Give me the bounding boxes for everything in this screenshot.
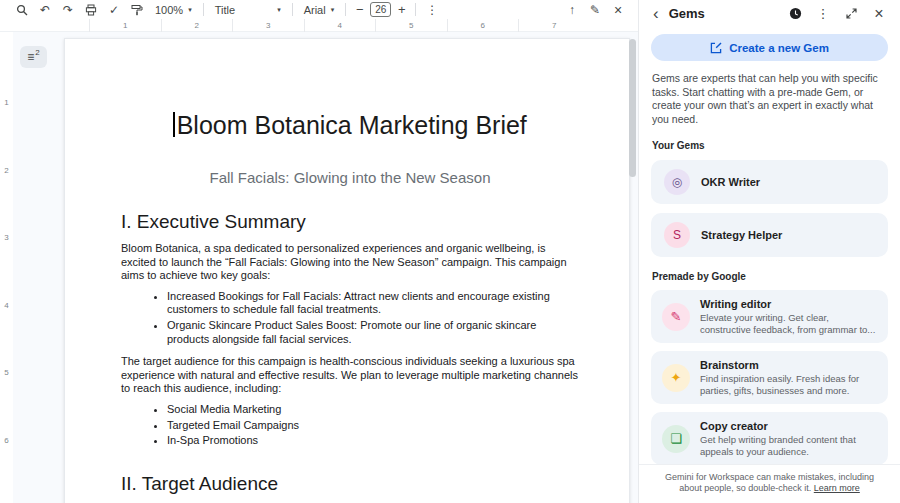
ruler-number: 4 (4, 301, 8, 369)
panel-title: Gems (669, 6, 776, 21)
redo-icon[interactable]: ↷ (58, 1, 78, 18)
gemini-disclaimer: Gemini for Workspace can make mistakes, … (639, 464, 900, 503)
document-subtitle: Fall Facials: Glowing into the New Seaso… (121, 169, 579, 186)
ruler-number: 1 (4, 98, 8, 166)
paragraph: Bloom Botanica, a spa dedicated to perso… (121, 242, 579, 283)
text-cursor (173, 112, 175, 137)
vertical-ruler[interactable]: 1 2 3 4 5 6 (0, 32, 13, 503)
paint-format-icon[interactable] (127, 1, 147, 18)
list-item: Organic Skincare Product Sales Boost: Pr… (167, 319, 579, 346)
undo-icon[interactable]: ↶ (35, 1, 55, 18)
chevron-down-icon: ▾ (331, 6, 335, 14)
zoom-value: 100% (155, 4, 183, 16)
toolbar-divider (415, 3, 416, 16)
ruler-number: 1 (89, 19, 161, 32)
toolbar-divider (345, 3, 346, 16)
premade-by-google-label: Premade by Google (652, 271, 887, 282)
gem-name: Brainstorm (700, 359, 877, 371)
list-item: Increased Bookings for Fall Facials: Att… (167, 290, 579, 317)
bullet-list-goals: Increased Bookings for Fall Facials: Att… (121, 290, 579, 346)
heading-executive-summary: I. Executive Summary (121, 211, 579, 233)
font-value: Arial (304, 4, 326, 16)
font-select[interactable]: Arial ▾ (299, 1, 340, 18)
close-icon[interactable]: × (870, 5, 888, 23)
docs-editor: ↶ ↷ ✓ 100% ▾ Title ▾ Arial ▾ (0, 0, 638, 503)
paragraph: The target audience for this campaign is… (121, 355, 579, 396)
document-page[interactable]: Bloom Botanica Marketing Brief Fall Faci… (64, 38, 630, 503)
increase-font-size-button[interactable]: + (394, 2, 409, 17)
gem-name: OKR Writer (701, 176, 760, 188)
gem-list-item[interactable]: S Strategy Helper (651, 213, 888, 257)
ruler-number: 3 (232, 19, 304, 32)
zoom-select[interactable]: 100% ▾ (150, 1, 197, 18)
ruler-number: 5 (4, 368, 8, 436)
ruler-number: 2 (161, 19, 233, 32)
gem-icon: ❏ (662, 425, 690, 453)
editing-mode-icon[interactable]: ✎ (585, 1, 605, 18)
list-item: Targeted Email Campaigns (167, 419, 579, 433)
tab-count-badge: 2 (35, 48, 39, 57)
more-options-icon[interactable]: ⋮ (814, 5, 832, 23)
back-icon[interactable]: ‹ (653, 5, 659, 22)
create-gem-button[interactable]: Create a new Gem (651, 34, 888, 61)
gem-icon: ✦ (662, 364, 690, 392)
ruler-number: 5 (375, 19, 447, 32)
gems-panel-body: Create a new Gem Gems are experts that c… (639, 24, 900, 503)
search-menus-icon[interactable] (12, 1, 32, 18)
paragraph-style-select[interactable]: Title ▾ (210, 1, 286, 18)
gem-description: Elevate your writing. Get clear, constru… (700, 312, 877, 335)
chevron-down-icon: ▾ (188, 6, 192, 14)
learn-more-link[interactable]: Learn more (814, 483, 860, 493)
gem-list-item[interactable]: ✎ Writing editor Elevate your writing. G… (651, 290, 888, 343)
new-gem-icon (710, 42, 722, 54)
horizontal-ruler[interactable]: 1 2 3 4 5 6 7 (64, 19, 630, 32)
gem-icon: ◎ (664, 169, 690, 195)
scroll-up-icon[interactable]: ↑ (562, 1, 582, 18)
gem-icon: ✎ (662, 303, 690, 331)
ruler-number: 6 (447, 19, 519, 32)
create-gem-label: Create a new Gem (729, 42, 829, 54)
outline-list-icon: ≡ (27, 51, 34, 63)
ruler-number: 7 (518, 19, 590, 32)
gem-description: Find inspiration easily. Fresh ideas for… (700, 373, 877, 396)
gem-description: Get help writing branded content that ap… (700, 434, 877, 457)
font-size-input[interactable]: 26 (370, 2, 391, 17)
spellcheck-icon[interactable]: ✓ (104, 1, 124, 18)
ruler-number: 3 (4, 233, 8, 301)
list-item: In-Spa Promotions (167, 434, 579, 448)
docs-toolbar: ↶ ↷ ✓ 100% ▾ Title ▾ Arial ▾ (0, 0, 638, 19)
print-icon[interactable] (81, 1, 101, 18)
ruler-number: 6 (4, 436, 8, 503)
expand-icon[interactable] (842, 5, 860, 23)
paragraph-style-value: Title (215, 4, 235, 16)
your-gems-list: ◎ OKR Writer S Strategy Helper (639, 160, 900, 257)
your-gems-label: Your Gems (652, 140, 887, 151)
more-toolbar-options-icon[interactable]: ⋮ (422, 1, 442, 18)
ruler-number: 2 (4, 166, 8, 234)
chevron-down-icon: ▾ (277, 6, 281, 14)
gem-list-item[interactable]: ❏ Copy creator Get help writing branded … (651, 412, 888, 465)
gem-list-item[interactable]: ◎ OKR Writer (651, 160, 888, 204)
list-item: Social Media Marketing (167, 403, 579, 417)
history-icon[interactable] (786, 5, 804, 23)
bullet-list-channels: Social Media Marketing Targeted Email Ca… (121, 403, 579, 448)
gems-intro-text: Gems are experts that can help you with … (652, 72, 887, 126)
gems-panel: ‹ Gems ⋮ × Create a new Gem Gems are exp… (638, 0, 900, 503)
vertical-scrollbar[interactable] (629, 39, 636, 177)
decrease-font-size-button[interactable]: − (352, 2, 367, 17)
close-toolbar-icon[interactable]: × (608, 1, 628, 18)
document-title: Bloom Botanica Marketing Brief (121, 111, 579, 140)
toolbar-divider (292, 3, 293, 16)
gem-name: Copy creator (700, 420, 877, 432)
gem-name: Writing editor (700, 298, 877, 310)
heading-target-audience: II. Target Audience (121, 473, 579, 495)
toolbar-divider (203, 3, 204, 16)
app-window: ↶ ↷ ✓ 100% ▾ Title ▾ Arial ▾ (0, 0, 900, 503)
gem-icon: S (664, 222, 690, 248)
gem-list-item[interactable]: ✦ Brainstorm Find inspiration easily. Fr… (651, 351, 888, 404)
gem-name: Strategy Helper (701, 229, 782, 241)
ruler-number: 4 (304, 19, 376, 32)
gems-panel-header: ‹ Gems ⋮ × (639, 0, 900, 24)
document-canvas: 1 2 3 4 5 6 7 1 2 (0, 19, 638, 503)
document-tabs-button[interactable]: ≡ 2 (20, 46, 47, 68)
